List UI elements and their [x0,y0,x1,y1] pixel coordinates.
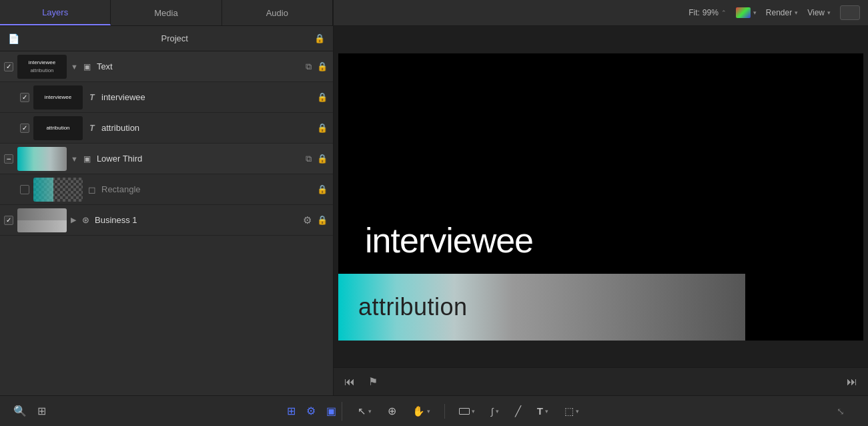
rig-icon: ⊛ [80,215,91,226]
export-btn[interactable]: ▣ [326,405,336,417]
preview-attribution-text: attribution [338,293,468,321]
business1-gear-icon[interactable]: ⚙ [303,214,312,226]
resize-icon: ⤡ [837,406,845,417]
document-icon: 📄 [8,33,156,44]
window-resize-btn[interactable] [840,5,860,20]
rectangle-thumb [33,178,83,202]
timeline-bar: ⏮ ⚑ ⏭ [334,367,868,395]
text-tool-btn[interactable]: T ▾ [532,403,553,419]
select-tool-btn[interactable]: ↖ ▾ [353,403,376,420]
attribution-thumb: attribution [33,116,83,140]
layer-row: ▶ ⊛ Business 1 ⚙ 🔒 [0,205,333,236]
render-control[interactable]: Render ▾ [766,8,798,17]
canvas-preview: interviewee attribution [338,53,863,341]
pan-chevron: ▾ [427,408,430,415]
bottom-left: 🔍 ⊞ ⊞ ⚙ ▣ [8,405,342,417]
shape-chevron: ▾ [472,408,475,415]
attribution-icons: 🔒 [317,123,328,133]
project-row: 📄 Project 🔒 [0,26,333,51]
text-group-copy-icon[interactable]: ⧉ [306,61,312,72]
attribution-lock-icon[interactable]: 🔒 [317,123,328,133]
lower-third-expand[interactable]: ▼ [71,155,78,163]
layers-list: intervieweeattribution ▼ ▣ Text ⧉ 🔒 inte… [0,51,333,395]
grid-btn[interactable]: ⊞ [287,405,296,417]
grid-icon: ⊞ [287,405,296,417]
image-chevron: ▾ [576,408,579,415]
text-group-icons: ⧉ 🔒 [306,61,328,72]
tab-layers[interactable]: Layers [0,0,111,25]
bottom-toolbar: 🔍 ⊞ ⊞ ⚙ ▣ ↖ ▾ ⊕ ✋ ▾ [0,395,868,426]
panels-icon: ⊞ [37,405,46,417]
gear-btn[interactable]: ⚙ [306,405,316,417]
rectangle-checkbox[interactable] [20,185,29,194]
lower-third-lock-icon[interactable]: 🔒 [317,154,328,164]
text-group-expand[interactable]: ▼ [71,63,78,71]
layer-row: ▼ ▣ Lower Third ⧉ 🔒 [0,144,333,174]
project-label: Project [161,33,310,43]
business1-expand[interactable]: ▶ [71,216,76,224]
image-tool-btn[interactable]: ⬚ ▾ [560,403,584,420]
transform-icon: ⊕ [388,405,396,417]
preview-lower-third: attribution [338,274,745,341]
interviewee-icons: 🔒 [317,92,328,102]
attribution-checkbox[interactable] [20,124,29,133]
text-type-icon-2: T [87,123,97,134]
view-control[interactable]: View ▾ [807,8,831,17]
bezier-tool-btn[interactable]: ∫ ▾ [486,403,504,419]
color-swatch [736,7,751,18]
lower-third-thumb [17,147,67,171]
search-btn[interactable]: 🔍 [13,405,27,417]
top-bar: Layers Media Audio Fit: 99% ⌃ ▾ Render ▾… [0,0,868,26]
color-picker[interactable]: ▾ [736,7,757,18]
pen-icon: ╱ [515,405,521,417]
top-bar-right: Fit: 99% ⌃ ▾ Render ▾ View ▾ [334,0,868,25]
timeline-end-icon[interactable]: ⏭ [847,376,857,388]
select-chevron: ▾ [368,408,372,415]
render-chevron: ▾ [795,9,798,16]
panels-btn[interactable]: ⊞ [37,405,46,417]
rectangle-name: Rectangle [101,184,141,194]
canvas-area[interactable]: interviewee attribution [334,26,868,367]
lower-third-checkbox[interactable] [4,154,13,164]
rectangle-lock-icon[interactable]: 🔒 [317,184,328,194]
project-icons: 🔒 [314,33,325,43]
resize-corner-btn[interactable]: ⤡ [832,403,849,419]
layer-row: attribution T attribution 🔒 [0,113,333,144]
interviewee-lock-icon[interactable]: 🔒 [317,92,328,102]
rectangle-icons: 🔒 [317,184,328,194]
tool-separator-1 [444,404,445,419]
business1-thumb [17,208,67,232]
fit-control[interactable]: Fit: 99% ⌃ [689,8,727,17]
text-group-lock-icon[interactable]: 🔒 [317,61,328,71]
text-tool-icon: T [537,405,543,417]
interviewee-checkbox[interactable] [20,93,29,102]
pan-tool-btn[interactable]: ✋ ▾ [408,403,435,420]
pen-tool-btn[interactable]: ╱ [510,403,526,420]
tab-media[interactable]: Media [111,0,222,25]
tab-audio[interactable]: Audio [222,0,333,25]
group-icon: ▣ [82,61,93,72]
bezier-icon: ∫ [491,406,494,417]
right-panel: interviewee attribution ⏮ ⚑ ⏭ [334,26,868,395]
lower-third-name: Lower Third [97,154,142,164]
image-tool-icon: ⬚ [564,405,574,417]
shape-tool-btn[interactable]: ▾ [454,405,480,417]
text-chevron: ▾ [545,408,548,415]
timeline-start-icon[interactable]: ⏮ [344,376,355,388]
layer-row: ◻ Rectangle 🔒 [0,174,333,205]
text-group-thumb: intervieweeattribution [17,55,67,79]
transform-tool-btn[interactable]: ⊕ [383,402,401,420]
timeline-marker-icon[interactable]: ⚑ [368,375,378,388]
layer-row: interviewee T interviewee 🔒 [0,82,333,113]
gear-icon: ⚙ [306,405,316,417]
bottom-right: ↖ ▾ ⊕ ✋ ▾ ▾ ∫ ▾ ╱ T ▾ [342,402,860,420]
pan-icon: ✋ [412,405,425,417]
project-lock-icon[interactable]: 🔒 [314,33,325,43]
preview-interviewee-text: interviewee [365,220,533,260]
text-group-name: Text [97,61,113,71]
business1-checkbox[interactable] [4,216,13,225]
text-group-checkbox[interactable] [4,62,13,71]
business1-lock-icon[interactable]: 🔒 [317,215,328,225]
lower-third-copy-icon[interactable]: ⧉ [306,154,312,164]
interviewee-name: interviewee [101,92,145,102]
